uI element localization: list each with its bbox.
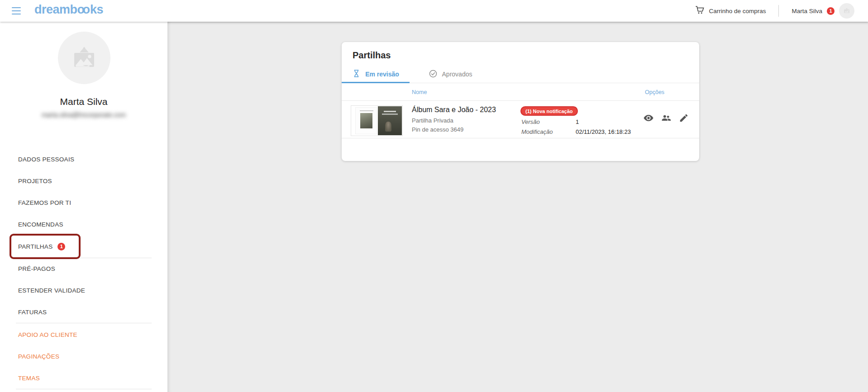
album-name: Álbum Sara e João - 2023 (412, 106, 496, 114)
menu-icon[interactable] (12, 6, 22, 15)
sidebar-item-paginacoes[interactable]: PAGINAÇÕES (0, 345, 167, 367)
partilhas-badge: 1 (57, 243, 65, 250)
sidebar-item-projetos[interactable]: PROJETOS (0, 170, 167, 192)
row-actions (643, 113, 689, 123)
album-cover-front (378, 106, 402, 135)
user-menu[interactable]: Marta Silva 1 (792, 3, 854, 19)
sidebar-divider (16, 323, 152, 323)
sidebar-item-apoio-ao-cliente[interactable]: APOIO AO CLIENTE (0, 324, 167, 345)
page-title: Partilhas (353, 50, 391, 61)
profile-email-redacted: marta.silva@lmcorporate.com (0, 111, 167, 118)
sidebar: Marta Silva marta.silva@lmcorporate.com … (0, 22, 167, 392)
divider (342, 100, 699, 101)
sidebar-item-dados-pessoais[interactable]: DADOS PESSOAIS (0, 148, 167, 170)
image-placeholder-icon (71, 44, 98, 71)
logo-oo: oo (77, 3, 88, 16)
modified-label: Modificação (521, 128, 553, 135)
app-header: dreambooks Carrinho de compras Marta Sil… (0, 0, 868, 22)
avatar[interactable] (839, 3, 854, 19)
version-value: 1 (576, 118, 579, 125)
sidebar-item-partilhas[interactable]: PARTILHAS 1 (0, 236, 167, 257)
hourglass-icon (352, 69, 361, 79)
eye-icon[interactable] (643, 113, 654, 123)
album-thumbnail (351, 105, 403, 136)
sidebar-item-fazemos-por-ti[interactable]: FAZEMOS POR TI (0, 192, 167, 213)
profile-name: Marta Silva (0, 96, 167, 107)
modified-value: 02/11/2023, 16:18:23 (576, 128, 631, 135)
version-label: Versão (521, 118, 540, 125)
access-pin: Pin de acesso 3649 (412, 126, 463, 133)
people-icon[interactable] (661, 113, 672, 123)
user-name: Marta Silva (792, 8, 822, 14)
cart-button[interactable]: Carrinho de compras (695, 5, 766, 17)
tab-label: Aprovados (442, 71, 472, 78)
album-cover-back (355, 107, 377, 134)
active-tab-indicator (342, 82, 410, 83)
column-header-nome: Nome (412, 89, 427, 95)
cart-label: Carrinho de compras (709, 8, 766, 14)
divider (342, 138, 699, 138)
tab-label: Em revisão (365, 71, 399, 78)
tab-em-revisao[interactable]: Em revisão (342, 66, 410, 83)
column-header-opcoes: Opções (645, 89, 664, 95)
cart-icon (695, 5, 705, 17)
check-circle-icon (429, 69, 438, 80)
logo-text-end: ks (90, 3, 103, 16)
profile-avatar (58, 32, 110, 84)
new-notification-pill: (1) Nova notificação (520, 106, 578, 116)
pencil-icon[interactable] (678, 113, 689, 123)
sidebar-item-faturas[interactable]: FATURAS (0, 301, 167, 323)
header-divider (778, 5, 779, 17)
sidebar-item-temas[interactable]: TEMAS (0, 367, 167, 389)
share-privacy: Partilha Privada (412, 117, 453, 124)
main-content: Partilhas Em revisão Aprovados Nome Opçõ (167, 22, 868, 392)
tab-aprovados[interactable]: Aprovados (420, 66, 481, 83)
logo-text: dreamb (34, 3, 77, 16)
partilhas-card: Partilhas Em revisão Aprovados Nome Opçõ (342, 42, 699, 161)
sidebar-item-estender-validade[interactable]: ESTENDER VALIDADE (0, 279, 167, 301)
sidebar-item-pre-pagos[interactable]: PRÉ-PAGOS (0, 258, 167, 279)
sidebar-item-encomendas[interactable]: ENCOMENDAS (0, 213, 167, 235)
logo[interactable]: dreambooks (34, 3, 103, 17)
sidebar-divider (16, 389, 152, 389)
notification-badge: 1 (827, 7, 835, 15)
